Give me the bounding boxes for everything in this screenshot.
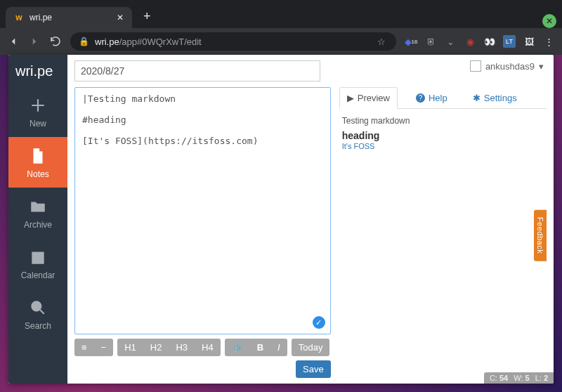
status-words: W: 5	[514, 374, 529, 382]
url-path: /app#0WQrXwT/edit	[119, 37, 202, 47]
main-panel: ankushdas9 ▾ ✓ ≡ −	[67, 55, 554, 384]
editor-toolbar: ≡ − H1 H2 H3 H4 🔗 B I	[74, 339, 331, 378]
sidebar-item-search[interactable]: Search	[8, 289, 67, 339]
preview-heading: heading	[342, 130, 544, 141]
search-icon	[27, 297, 48, 318]
question-icon: ?	[416, 93, 425, 103]
sidebar-item-label: Calendar	[21, 270, 55, 280]
today-button[interactable]: Today	[292, 339, 330, 356]
gear-icon: ✱	[473, 93, 481, 103]
preview-text: Testing markdown	[342, 116, 544, 126]
back-button[interactable]	[7, 35, 20, 48]
status-chars: C: 54	[490, 374, 508, 382]
editor-column: ✓ ≡ − H1 H2 H3 H4	[74, 87, 331, 378]
tab-title: wri.pe	[30, 13, 111, 22]
file-icon	[27, 145, 48, 166]
sidebar-item-label: Notes	[27, 169, 48, 179]
status-bar: C: 54 W: 5 L: 2	[484, 372, 554, 384]
extension-ublock-icon[interactable]: ◉	[464, 35, 476, 48]
preview-link[interactable]: It's FOSS	[342, 142, 375, 150]
bold-button[interactable]: B	[250, 339, 270, 356]
app-brand: wri.pe	[8, 55, 67, 86]
url-text: wri.pe/app#0WQrXwT/edit	[95, 37, 202, 47]
sidebar-item-label: Search	[25, 321, 51, 331]
sidebar-item-new[interactable]: New	[8, 86, 67, 137]
extension-eyes-icon[interactable]: 👀	[483, 35, 496, 48]
sidebar-item-notes[interactable]: Notes	[8, 137, 67, 188]
favicon-icon: w	[14, 13, 24, 22]
plus-icon	[27, 95, 48, 116]
extension-icon[interactable]: ◆16	[405, 35, 417, 48]
avatar-icon	[470, 60, 481, 72]
address-bar[interactable]: 🔒 wri.pe/app#0WQrXwT/edit ☆	[70, 32, 396, 51]
note-body-editor[interactable]	[74, 87, 331, 334]
caret-down-icon: ▾	[539, 61, 544, 72]
tab-label: Help	[429, 93, 447, 103]
play-icon: ▶	[347, 93, 354, 103]
preview-tabs: ▶ Preview ? Help ✱ Settings	[339, 87, 547, 109]
bookmark-star-icon[interactable]: ☆	[375, 35, 388, 48]
h1-button[interactable]: H1	[117, 339, 143, 356]
sidebar-item-archive[interactable]: Archive	[8, 188, 67, 238]
user-menu[interactable]: ankushdas9 ▾	[470, 60, 544, 72]
extensions: ◆16 ⛨ ⌄ ◉ 👀 LT 🖼 ⋮	[405, 35, 555, 48]
h2-button[interactable]: H2	[143, 339, 169, 356]
reload-button[interactable]	[49, 35, 62, 48]
sync-ok-icon: ✓	[313, 316, 325, 329]
calendar-icon	[27, 247, 48, 268]
extension-lt-icon[interactable]: LT	[503, 35, 516, 48]
tab-preview[interactable]: ▶ Preview	[339, 87, 398, 109]
sidebar-item-label: Archive	[24, 220, 52, 230]
tab-help[interactable]: ? Help	[409, 87, 455, 108]
lock-icon: 🔒	[79, 37, 89, 46]
folder-icon	[27, 196, 48, 217]
link-button[interactable]: 🔗	[225, 339, 250, 356]
sidebar-item-label: New	[30, 119, 46, 129]
tab-label: Preview	[358, 93, 390, 103]
list-remove-button[interactable]: −	[94, 339, 114, 356]
browser-tabbar: w wri.pe ✕ + ✕	[0, 0, 562, 28]
link-icon: 🔗	[232, 342, 243, 353]
save-button[interactable]: Save	[296, 360, 331, 378]
list-icon: ≡	[81, 342, 87, 353]
new-tab-button[interactable]: +	[136, 5, 158, 28]
forward-button[interactable]	[28, 35, 41, 48]
italic-button[interactable]: I	[270, 339, 287, 356]
extension-pocket-icon[interactable]: ⌄	[444, 35, 457, 48]
h4-button[interactable]: H4	[195, 339, 221, 356]
browser-tab[interactable]: w wri.pe ✕	[6, 7, 132, 28]
tab-label: Settings	[484, 93, 517, 103]
note-title-input[interactable]	[74, 60, 320, 81]
svg-point-0	[32, 301, 41, 311]
tab-settings[interactable]: ✱ Settings	[466, 87, 524, 108]
minus-icon: −	[101, 342, 107, 353]
browser-menu-icon[interactable]: ⋮	[542, 35, 555, 48]
app-root: wri.pe New Notes Archive Calendar Search	[8, 55, 554, 384]
extension-shield-icon[interactable]: ⛨	[424, 35, 437, 48]
url-host: wri.pe	[95, 37, 119, 47]
tab-close-icon[interactable]: ✕	[117, 13, 124, 22]
browser-toolbar: 🔒 wri.pe/app#0WQrXwT/edit ☆ ◆16 ⛨ ⌄ ◉ 👀 …	[0, 28, 562, 55]
sidebar: wri.pe New Notes Archive Calendar Search	[8, 55, 67, 384]
feedback-tab[interactable]: Feedback	[534, 210, 547, 261]
user-name: ankushdas9	[485, 61, 535, 72]
h3-button[interactable]: H3	[169, 339, 195, 356]
status-lines: L: 2	[535, 374, 548, 382]
italic-icon: I	[277, 342, 280, 353]
profile-avatar-icon[interactable]: 🖼	[523, 35, 535, 48]
bold-icon: B	[257, 342, 263, 353]
list-ul-button[interactable]: ≡	[74, 339, 94, 356]
preview-column: ▶ Preview ? Help ✱ Settings Tes	[339, 87, 547, 378]
window-close-button[interactable]: ✕	[542, 14, 556, 28]
preview-pane: Testing markdown heading It's FOSS	[339, 109, 547, 158]
sidebar-item-calendar[interactable]: Calendar	[8, 238, 67, 289]
